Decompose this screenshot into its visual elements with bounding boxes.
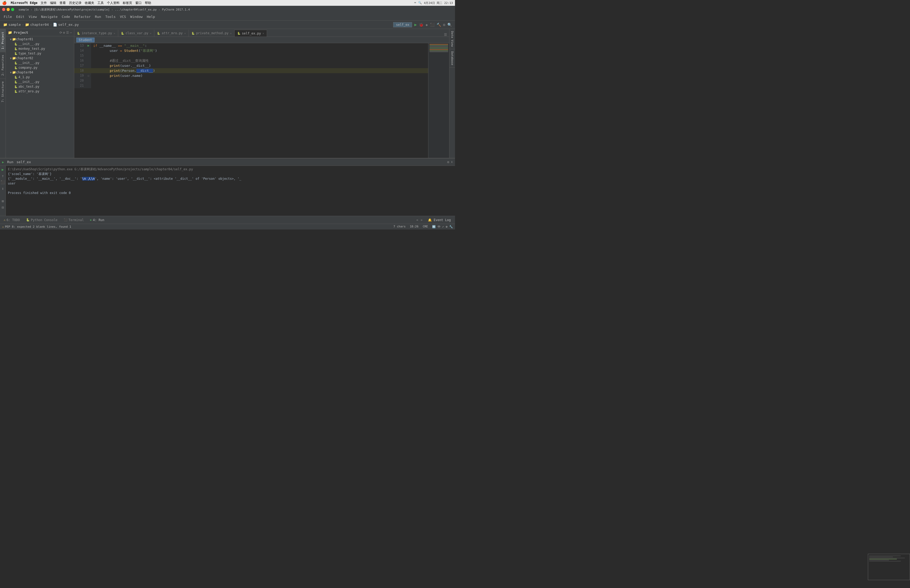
close-tab-3[interactable]: ✕ <box>230 32 232 35</box>
tab-terminal[interactable]: ⬛ Terminal <box>62 217 85 223</box>
right-tab-database[interactable]: Database <box>449 49 455 68</box>
run-config-selector[interactable]: self_ex <box>393 22 412 27</box>
menu-window[interactable]: 窗口 <box>135 1 142 5</box>
line-code-19[interactable]: print(user.name) <box>91 73 428 78</box>
line-code-16[interactable]: #通过__dict__查询属性 <box>91 58 428 63</box>
tab-private-method[interactable]: 🐍 private_method.py ✕ <box>189 30 234 37</box>
file-init-01[interactable]: 🐍 __init__.py <box>6 42 74 46</box>
menu-history[interactable]: 历史记录 <box>69 1 82 5</box>
line-code-15[interactable] <box>91 53 428 58</box>
close-button[interactable] <box>2 8 5 11</box>
menu-item-edit[interactable]: Edit <box>14 14 26 20</box>
run-download-icon[interactable]: ⬇ <box>451 160 453 164</box>
run-fold-btn[interactable]: ⊞ <box>1 199 4 204</box>
file-init-04[interactable]: 🐍 __init__.py <box>6 79 74 84</box>
editor-layout-icon[interactable]: ☰ <box>442 32 449 37</box>
tab-class-var[interactable]: 🐍 class_var.py ✕ <box>118 30 155 37</box>
tab-self-ex[interactable]: 🐍 self_ex.py ✕ <box>234 30 267 37</box>
file-4-1[interactable]: 🐍 4_1.py <box>6 75 74 79</box>
run-arrow-13[interactable]: ▶ <box>87 43 89 48</box>
menu-item-refactor[interactable]: Refactor <box>72 14 93 20</box>
breakpoint-dot-19[interactable]: ○ <box>88 73 89 78</box>
file-monkey-test[interactable]: 🐍 monkey_test.py <box>6 46 74 51</box>
run-wrap-btn[interactable]: ⊟ <box>1 205 4 210</box>
expand-left-icon[interactable]: « <box>416 218 419 222</box>
close-tab-4[interactable]: ✕ <box>262 32 264 35</box>
file-type-test[interactable]: 🐍 type_test.py <box>6 51 74 56</box>
tab-todo[interactable]: ⚠ 6: TODO <box>2 217 21 223</box>
close-tab-1[interactable]: ✕ <box>150 32 151 35</box>
menu-item-run[interactable]: Run <box>93 14 103 20</box>
search-icon-mac[interactable]: 🔍 <box>418 1 422 5</box>
tab-run[interactable]: ▶ 4: Run <box>89 217 106 223</box>
breadcrumb-chapter04[interactable]: chapter04 <box>30 23 49 27</box>
close-tab-2[interactable]: ✕ <box>184 32 186 35</box>
sidebar-tab-structure[interactable]: 7: Structure <box>0 78 5 105</box>
close-tab-0[interactable]: ✕ <box>114 32 115 35</box>
tab-attr-mro[interactable]: 🐍 attr_mro.py ✕ <box>154 30 189 37</box>
menu-item-vcs[interactable]: VCS <box>118 14 128 20</box>
run-button[interactable]: ▶ <box>414 22 417 27</box>
expand-right-icon[interactable]: » <box>420 218 423 222</box>
sidebar-tab-project[interactable]: 1: Project <box>0 29 5 52</box>
maximize-button[interactable] <box>11 8 14 11</box>
debug-button[interactable]: 🐞 <box>419 23 423 27</box>
sync-icon[interactable]: ⟳ <box>60 31 62 34</box>
line-gutter-19[interactable]: ○ <box>86 73 91 78</box>
line-code-20[interactable] <box>91 78 428 83</box>
menu-profile[interactable]: 个人资料 <box>107 1 120 5</box>
folder-chapter02[interactable]: ▼ 📁 chapter02 <box>6 56 74 61</box>
run-rerun-btn[interactable]: ↑ <box>1 173 4 178</box>
menu-edit[interactable]: 编辑 <box>50 1 57 5</box>
breadcrumb-selfex[interactable]: self_ex.py <box>58 23 79 27</box>
run-settings-icon[interactable]: ⚙ <box>447 160 449 164</box>
cursor-position[interactable]: 18:26 <box>410 225 419 229</box>
menu-help[interactable]: 帮助 <box>145 1 151 5</box>
coverage-button[interactable]: ◈ <box>425 23 428 27</box>
file-init-02[interactable]: 🐍 __init__.py <box>6 61 74 65</box>
menu-item-code[interactable]: Code <box>60 14 72 20</box>
encoding[interactable]: CRE <box>423 225 428 229</box>
menu-item-view[interactable]: View <box>27 14 39 20</box>
file-attr-mro[interactable]: 🐍 attr_mro.py <box>6 89 74 94</box>
line-code-13[interactable]: if __name__ == "__main__": <box>91 43 428 48</box>
run-scroll-btn[interactable]: ↕ <box>1 186 4 191</box>
line-code-17[interactable]: print(user.__dict__) <box>91 63 428 68</box>
folder-chapter01[interactable]: ▼ 📁 chapter01 <box>6 37 74 42</box>
stop-button[interactable]: ⬛ <box>430 23 435 27</box>
line-gutter-13[interactable]: ▶ <box>86 43 91 48</box>
menu-tabs[interactable]: 标签页 <box>123 1 132 5</box>
menu-tools[interactable]: 工具 <box>97 1 104 5</box>
minimize-button[interactable] <box>6 8 10 11</box>
menu-file[interactable]: 文件 <box>40 1 47 5</box>
run-panel-tab[interactable]: self_ex <box>16 160 31 164</box>
tab-instance-type[interactable]: 🐍 instance_type.py ✕ <box>74 30 118 37</box>
line-code-21[interactable] <box>91 83 428 88</box>
build-button[interactable]: 🔨 <box>436 23 441 27</box>
class-chip[interactable]: Student <box>76 38 95 42</box>
right-tab-data-view[interactable]: Data View <box>449 29 455 49</box>
menu-item-navigate[interactable]: Navigate <box>39 14 60 20</box>
file-company[interactable]: 🐍 company.py <box>6 65 74 70</box>
tab-python-console[interactable]: 🐍 Python Console <box>24 217 59 223</box>
line-code-14[interactable]: user = Student("慕课网") <box>91 48 428 53</box>
run-play-btn[interactable]: ▶ <box>1 167 4 172</box>
menu-item-file[interactable]: File <box>2 14 14 20</box>
menu-item-help[interactable]: Help <box>145 14 157 20</box>
code-editor[interactable]: 13 ▶ if __name__ == "__main__": 14 user … <box>74 43 449 158</box>
sidebar-tab-favorites[interactable]: 2: Favorites <box>0 52 5 78</box>
menu-item-tools[interactable]: Tools <box>103 14 118 20</box>
gear-icon[interactable]: ☰ <box>66 31 69 34</box>
apple-menu[interactable]: 🍎 <box>2 1 6 5</box>
folder-chapter04[interactable]: ▼ 📁 chapter04 <box>6 70 74 75</box>
file-abc-test[interactable]: 🐍 abc_test.py <box>6 84 74 89</box>
event-log-btn[interactable]: 🔔 Event Log <box>426 218 453 222</box>
menu-item-window[interactable]: Window <box>128 14 145 20</box>
menu-view[interactable]: 查看 <box>60 1 66 5</box>
line-code-18[interactable]: print(Person.__dict__) <box>91 68 428 73</box>
settings-icon[interactable]: ⚙ <box>63 31 65 34</box>
run-stop-btn[interactable]: ⬛ <box>0 179 5 185</box>
menu-favorites[interactable]: 收藏夹 <box>85 1 94 5</box>
minimize-panel-icon[interactable]: — <box>70 31 72 34</box>
search-everywhere[interactable]: 🔍 <box>448 23 452 27</box>
